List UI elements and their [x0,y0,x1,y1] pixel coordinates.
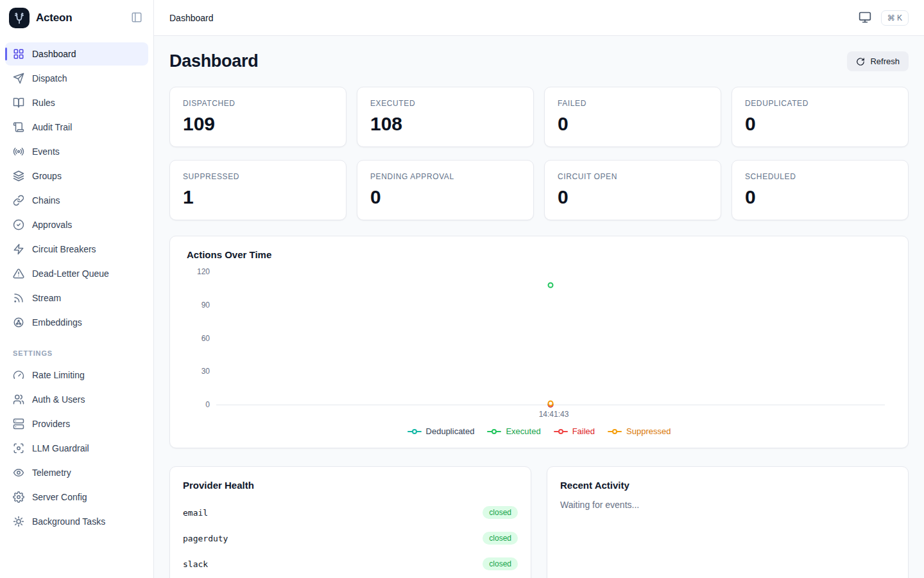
sidebar-item-rules[interactable]: Rules [5,91,148,114]
provider-status-badge: closed [483,532,518,545]
sidebar-item-dispatch[interactable]: Dispatch [5,67,148,90]
sidebar-item-label: Dashboard [32,49,76,59]
refresh-icon [856,57,865,66]
y-axis-tick-label: 90 [188,301,210,310]
stat-value: 0 [370,186,520,208]
legend-marker-dot [558,429,563,434]
legend-item-failed[interactable]: Failed [554,426,595,436]
sidebar-item-label: Server Config [32,492,87,502]
y-axis-tick-label: 0 [188,400,210,409]
chart-legend: DeduplicatedExecutedFailedSuppressed [187,426,891,436]
legend-marker [487,431,501,432]
stat-card-circuit-open: CIRCUIT OPEN0 [544,160,721,220]
stag-icon [13,12,26,24]
sidebar-item-label: Chains [32,195,60,206]
stat-label: EXECUTED [370,99,520,108]
monitor-icon [859,11,871,24]
topbar-actions: ⌘ K [858,10,909,26]
sidebar-item-approvals[interactable]: Approvals [5,213,148,236]
sidebar-item-label: Background Tasks [32,516,105,527]
stat-value: 0 [558,186,708,208]
breadcrumb: Dashboard [169,13,214,23]
legend-item-suppressed[interactable]: Suppressed [608,426,671,436]
provider-status-badge: closed [483,506,518,519]
layout-grid-icon [13,48,24,60]
settings-icon [13,491,24,503]
panel-left-icon [131,12,142,23]
page-title: Dashboard [169,51,258,71]
book-open-icon [13,97,24,109]
sidebar-item-label: Events [32,146,60,157]
scroll-icon [13,121,24,133]
stat-label: FAILED [558,99,708,108]
sidebar-item-telemetry[interactable]: Telemetry [5,461,148,484]
sidebar-item-embeddings[interactable]: Embeddings [5,311,148,334]
stat-value: 1 [183,186,333,208]
alert-triangle-icon [13,268,24,279]
gauge-icon [13,369,24,381]
sidebar-item-server-config[interactable]: Server Config [5,486,148,509]
data-point-suppressed [548,401,554,407]
legend-marker [554,431,568,432]
scan-icon [13,442,24,454]
display-mode-button[interactable] [858,11,872,25]
sidebar-item-groups[interactable]: Groups [5,164,148,188]
sidebar-item-label: Rate Limiting [32,370,85,380]
server-icon [13,418,24,430]
stat-label: SUPPRESSED [183,172,333,181]
legend-label: Failed [572,426,595,436]
sidebar-item-providers[interactable]: Providers [5,412,148,435]
recent-activity-empty-state: Waiting for events... [560,500,895,510]
refresh-button[interactable]: Refresh [847,51,909,71]
sidebar-item-events[interactable]: Events [5,140,148,163]
sidebar-item-auth-users[interactable]: Auth & Users [5,388,148,411]
eye-icon [13,467,24,478]
x-axis-tick-label: 14:41:43 [216,405,891,419]
sidebar-item-rate-limiting[interactable]: Rate Limiting [5,363,148,387]
legend-label: Executed [506,426,540,436]
sidebar-item-llm-guardrail[interactable]: LLM Guardrail [5,437,148,460]
legend-label: Deduplicated [426,426,475,436]
app-root: Acteon DashboardDispatchRulesAudit Trail… [0,0,924,578]
sidebar-item-label: Embeddings [32,317,82,328]
actions-over-time-card: Actions Over Time 0306090120 14:41:43 De… [169,236,909,448]
page-content: Dashboard Refresh DISPATCHED109EXECUTED1… [154,36,924,578]
sidebar-item-label: Approvals [32,220,72,230]
shortcut-label: ⌘ K [887,13,902,22]
command-palette-shortcut[interactable]: ⌘ K [881,10,909,26]
legend-marker-dot [412,429,417,434]
sidebar-item-label: Groups [32,171,62,181]
provider-row-pagerduty: pagerdutyclosed [183,525,518,551]
recent-activity-title: Recent Activity [560,480,895,491]
legend-item-deduplicated[interactable]: Deduplicated [407,426,475,436]
zap-icon [13,243,24,255]
sidebar-item-label: Rules [32,98,55,108]
provider-list: emailclosedpagerdutyclosedslackclosed [183,500,518,577]
recent-activity-card: Recent Activity Waiting for events... [547,466,909,578]
sidebar-item-chains[interactable]: Chains [5,189,148,212]
sidebar-item-audit-trail[interactable]: Audit Trail [5,116,148,139]
legend-item-executed[interactable]: Executed [487,426,540,436]
sidebar-item-dashboard[interactable]: Dashboard [5,42,148,66]
stat-card-pending-approval: PENDING APPROVAL0 [357,160,534,220]
legend-label: Suppressed [626,426,671,436]
refresh-label: Refresh [870,57,900,66]
sidebar-collapse-button[interactable] [129,10,144,26]
sidebar-item-label: Telemetry [32,468,71,478]
stat-card-failed: FAILED0 [544,87,721,147]
y-axis-tick-label: 30 [188,367,210,376]
app-logo [9,8,30,28]
stat-value: 109 [183,113,333,135]
sidebar-item-stream[interactable]: Stream [5,286,148,310]
stat-value: 108 [370,113,520,135]
sidebar-item-background-tasks[interactable]: Background Tasks [5,510,148,533]
sidebar-item-dead-letter-queue[interactable]: Dead-Letter Queue [5,262,148,285]
rss-icon [13,292,24,304]
sidebar-item-label: LLM Guardrail [32,443,89,453]
stat-value: 0 [745,186,895,208]
bottom-panels: Provider Health emailclosedpagerdutyclos… [169,466,909,578]
sidebar-item-label: Auth & Users [32,394,85,405]
legend-marker [608,431,622,432]
sidebar-item-circuit-breakers[interactable]: Circuit Breakers [5,238,148,261]
radio-icon [13,146,24,157]
